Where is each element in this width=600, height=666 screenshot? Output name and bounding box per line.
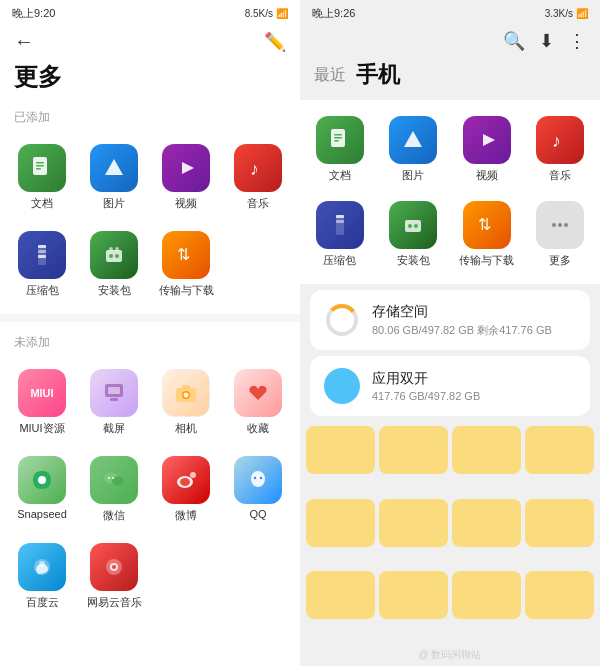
edit-button[interactable]: ✏️ xyxy=(264,31,286,53)
icon-wechat[interactable]: 微信 xyxy=(80,448,148,531)
divider-left xyxy=(0,314,300,322)
svg-point-29 xyxy=(180,478,190,486)
right-icon-more[interactable]: 更多 xyxy=(525,193,597,276)
signal-text-right: 3.3K/s xyxy=(545,8,573,19)
icon-transfer[interactable]: ⇅ 传输与下载 xyxy=(152,223,220,306)
icon-camera[interactable]: 相机 xyxy=(152,361,220,444)
right-zip-label: 压缩包 xyxy=(323,253,356,268)
svg-marker-44 xyxy=(483,134,495,146)
right-more-label: 更多 xyxy=(549,253,571,268)
svg-point-53 xyxy=(552,223,556,227)
svg-rect-8 xyxy=(38,245,46,248)
icon-video[interactable]: 视频 xyxy=(152,136,220,219)
icon-baiduyun[interactable]: 百度云 xyxy=(8,535,76,618)
svg-point-35 xyxy=(39,561,45,567)
right-icon-transfer[interactable]: ⇅ 传输与下载 xyxy=(451,193,523,276)
miui-icon-bg: MIUI xyxy=(18,369,66,417)
right-icon-video[interactable]: 视频 xyxy=(451,108,523,191)
svg-point-22 xyxy=(184,393,189,398)
recent-label: 最近 xyxy=(314,65,346,86)
folder-item[interactable] xyxy=(306,426,375,474)
search-button[interactable]: 🔍 xyxy=(503,30,525,52)
zip-label: 压缩包 xyxy=(26,283,59,298)
icon-apk[interactable]: 安装包 xyxy=(80,223,148,306)
right-music-label: 音乐 xyxy=(549,168,571,183)
collect-label: 收藏 xyxy=(247,421,269,436)
icon-zip[interactable]: 压缩包 xyxy=(8,223,76,306)
folder-item[interactable] xyxy=(306,571,375,619)
svg-rect-19 xyxy=(110,398,118,401)
svg-point-32 xyxy=(254,477,256,479)
zip-icon-bg xyxy=(18,231,66,279)
collect-icon-bg xyxy=(234,369,282,417)
dual-card[interactable]: 应用双开 417.76 GB/497.82 GB xyxy=(310,356,590,416)
svg-rect-41 xyxy=(334,137,342,139)
svg-point-55 xyxy=(564,223,568,227)
svg-rect-13 xyxy=(115,247,119,251)
docs-icon-bg xyxy=(18,144,66,192)
svg-marker-5 xyxy=(182,162,194,174)
apk-icon-bg xyxy=(90,231,138,279)
svg-rect-10 xyxy=(38,255,46,258)
icon-collect[interactable]: 收藏 xyxy=(224,361,292,444)
folder-item[interactable] xyxy=(525,499,594,547)
snapseed-label: Snapseed xyxy=(17,508,67,520)
svg-rect-47 xyxy=(336,215,344,218)
right-icon-docs[interactable]: 文档 xyxy=(304,108,376,191)
svg-marker-43 xyxy=(404,131,422,147)
added-icons-grid: 文档 图片 视频 ♪ 音乐 压缩包 xyxy=(0,132,300,310)
not-added-icons-grid: MIUI MIUI资源 截屏 相机 收藏 Snapseed xyxy=(0,357,300,622)
folder-item[interactable] xyxy=(452,426,521,474)
right-panel: 晚上9:26 3.3K/s 📶 🔍 ⬇ ⋮ 最近 手机 文档 图片 xyxy=(300,0,600,666)
right-icon-apk[interactable]: 安装包 xyxy=(378,193,450,276)
svg-rect-1 xyxy=(36,162,44,164)
folder-item[interactable] xyxy=(452,571,521,619)
folder-item[interactable] xyxy=(379,499,448,547)
right-icon-zip[interactable]: 压缩包 xyxy=(304,193,376,276)
svg-point-31 xyxy=(251,471,265,487)
storage-card[interactable]: 存储空间 80.06 GB/497.82 GB 剩余417.76 GB xyxy=(310,290,590,350)
back-button[interactable]: ← xyxy=(14,30,34,53)
right-photos-label: 图片 xyxy=(402,168,424,183)
svg-point-27 xyxy=(112,477,114,479)
more-menu-button[interactable]: ⋮ xyxy=(568,30,586,52)
download-button[interactable]: ⬇ xyxy=(539,30,554,52)
folder-item[interactable] xyxy=(379,426,448,474)
icon-music[interactable]: ♪ 音乐 xyxy=(224,136,292,219)
icon-qq[interactable]: QQ xyxy=(224,448,292,531)
folder-item[interactable] xyxy=(306,499,375,547)
right-transfer-bg: ⇅ xyxy=(463,201,511,249)
weibo-icon-bg xyxy=(162,456,210,504)
svg-rect-11 xyxy=(106,250,122,262)
icon-weibo[interactable]: 微博 xyxy=(152,448,220,531)
icon-miui[interactable]: MIUI MIUI资源 xyxy=(8,361,76,444)
icon-snapseed[interactable]: Snapseed xyxy=(8,448,76,531)
svg-marker-4 xyxy=(105,159,123,175)
svg-point-33 xyxy=(260,477,262,479)
folder-item[interactable] xyxy=(525,571,594,619)
icon-photos[interactable]: 图片 xyxy=(80,136,148,219)
svg-rect-3 xyxy=(36,168,41,170)
icon-docs[interactable]: 文档 xyxy=(8,136,76,219)
icon-screenshot[interactable]: 截屏 xyxy=(80,361,148,444)
svg-rect-23 xyxy=(182,385,190,389)
music-label: 音乐 xyxy=(247,196,269,211)
right-apk-label: 安装包 xyxy=(397,253,430,268)
top-bar-left: ← ✏️ xyxy=(0,24,300,61)
svg-point-54 xyxy=(558,223,562,227)
miui-label: MIUI资源 xyxy=(19,421,64,436)
svg-text:⇅: ⇅ xyxy=(177,246,190,263)
baiduyun-icon-bg xyxy=(18,543,66,591)
icon-163music[interactable]: 网易云音乐 xyxy=(80,535,148,618)
top-bar-right: 🔍 ⬇ ⋮ xyxy=(300,24,600,60)
folder-item[interactable] xyxy=(525,426,594,474)
right-icon-photos[interactable]: 图片 xyxy=(378,108,450,191)
svg-rect-42 xyxy=(334,140,339,142)
svg-rect-18 xyxy=(108,387,120,394)
folder-item[interactable] xyxy=(452,499,521,547)
folder-item[interactable] xyxy=(379,571,448,619)
right-apk-bg xyxy=(389,201,437,249)
status-bar-left: 晚上9:20 8.5K/s 📶 xyxy=(0,0,300,24)
right-icon-music[interactable]: ♪ 音乐 xyxy=(525,108,597,191)
storage-detail: 80.06 GB/497.82 GB 剩余417.76 GB xyxy=(372,323,552,338)
